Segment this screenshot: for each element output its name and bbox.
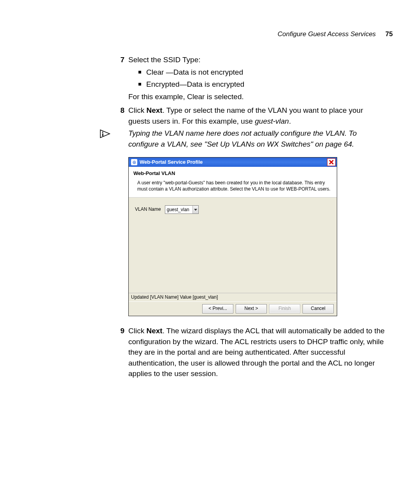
step-9-number: 9 [113,326,124,379]
running-header: Configure Guest Access Services 75 [278,30,393,38]
cancel-button[interactable]: Cancel [303,304,334,313]
wizard-body: VLAN Name [129,198,337,293]
step-7: 7 Select the SSID Type: [113,54,385,65]
wizard-subtitle: Web-Portal VLAN [133,170,332,177]
finish-button: Finish [269,304,300,313]
chevron-down-icon [194,208,197,211]
next-button[interactable]: Next > [236,304,267,313]
wizard-title: Web-Portal Service Profile [140,159,327,166]
vlan-name-input[interactable] [165,206,192,214]
app-icon: ◎ [131,159,137,165]
step-7-bullets: Clear —Data is not encrypted Encrypted—D… [138,67,385,90]
page-number: 75 [385,30,393,38]
wizard-titlebar: ◎ Web-Portal Service Profile [129,158,337,167]
svg-marker-0 [100,130,110,138]
wizard-description: A user entry "web-portal-Guests" has bee… [137,180,332,192]
vlan-name-combobox[interactable] [165,205,199,214]
running-title: Configure Guest Access Services [278,30,376,38]
step-7-number: 7 [113,54,124,65]
step-7-followup: For this example, Clear is selected. [128,91,385,102]
previous-button[interactable]: < Previ... [202,304,233,313]
close-icon [328,159,334,165]
close-button[interactable] [327,158,336,166]
step-8-number: 8 [113,105,124,126]
svg-marker-5 [194,209,197,211]
vlan-name-label: VLAN Name [135,206,161,213]
info-icon [99,128,109,138]
wizard-button-bar: < Previ... Next > Finish Cancel [129,301,337,316]
bullet-encrypted: Encrypted—Data is encrypted [138,79,385,90]
dropdown-button[interactable] [192,206,198,214]
wizard-status: Updated [VLAN Name] Value [guest_vlan] [129,293,337,301]
wizard-subheader: Web-Portal VLAN A user entry "web-portal… [129,167,337,197]
wizard-screenshot: ◎ Web-Portal Service Profile Web-Portal … [128,157,385,316]
step-7-text: Select the SSID Type: [128,54,385,65]
svg-point-1 [102,131,103,133]
note-text: Typing the VLAN name here does not actua… [128,128,385,149]
step-9-text: Click Next. The wizard displays the ACL … [128,326,385,379]
step-9: 9 Click Next. The wizard displays the AC… [113,326,385,379]
bullet-clear: Clear —Data is not encrypted [138,67,385,78]
step-8-text: Click Next. Type or select the name of t… [128,105,385,126]
svg-rect-2 [102,133,103,136]
step-8: 8 Click Next. Type or select the name of… [113,105,385,126]
